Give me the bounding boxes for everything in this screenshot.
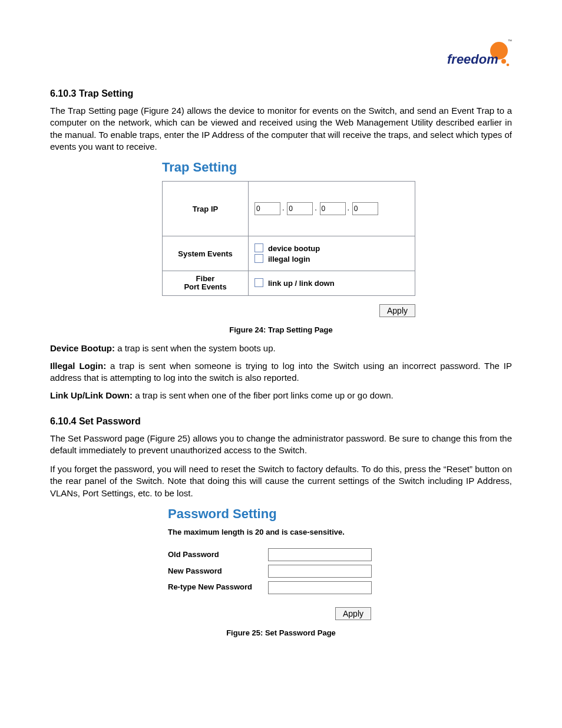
fiber-port-events-label: Fiber Port Events [163,271,249,296]
fiber-port-events-cell: link up / link down [249,271,415,296]
def-device-bootup: Device Bootup: a trap is sent when the s… [50,342,512,354]
linkupdown-label: link up / link down [268,279,335,288]
password-setting-panel-title: Password Setting [168,506,404,522]
trap-ip-octet-2[interactable] [287,202,313,215]
trap-ip-cell: . . . [249,182,415,236]
def-illegal-login: Illegal Login: a trap is sent when someo… [50,360,512,384]
checkbox-illegal-login[interactable] [254,254,263,263]
figure-24-caption: Figure 24: Trap Setting Page [50,325,512,334]
old-password-input[interactable] [268,548,372,561]
svg-point-2 [507,64,510,67]
heading-set-password: 6.10.4 Set Password [50,416,512,427]
checkbox-device-bootup[interactable] [254,243,263,252]
trap-ip-octet-1[interactable] [254,202,280,215]
trap-ip-octet-4[interactable] [352,202,378,215]
trap-setting-panel-title: Trap Setting [162,160,415,175]
retype-password-label: Re-type New Password [168,583,268,592]
svg-text:™: ™ [508,39,512,43]
def-link-updown: Link Up/Link Down: a trap is sent when o… [50,390,512,401]
set-password-p2: If you forget the password, you will nee… [50,463,512,499]
system-events-cell: device bootup illegal login [249,236,415,271]
system-events-label: System Events [163,236,249,271]
password-note: The maximum length is 20 and is case-sen… [168,528,404,536]
new-password-input[interactable] [268,565,372,578]
trap-ip-label: Trap IP [163,182,249,236]
new-password-label: New Password [168,566,268,575]
trap-ip-octet-3[interactable] [320,202,346,215]
heading-trap-setting: 6.10.3 Trap Setting [50,88,512,99]
svg-point-1 [501,59,506,64]
illegal-login-label: illegal login [268,255,310,263]
set-password-p1: The Set Password page (Figure 25) allows… [50,433,512,457]
figure-25-caption: Figure 25: Set Password Page [50,628,512,637]
freedom9-logo: freedom ™ [447,35,512,77]
device-bootup-label: device bootup [268,244,320,253]
trap-intro-paragraph: The Trap Setting page (Figure 24) allows… [50,105,512,153]
svg-text:freedom: freedom [447,52,498,67]
checkbox-linkupdown[interactable] [254,278,263,287]
trap-apply-button[interactable]: Apply [379,304,415,317]
retype-password-input[interactable] [268,581,372,594]
password-apply-button[interactable]: Apply [335,607,371,620]
old-password-label: Old Password [168,550,268,559]
trap-setting-table: Trap IP . . . System Events device bootu… [162,181,415,296]
